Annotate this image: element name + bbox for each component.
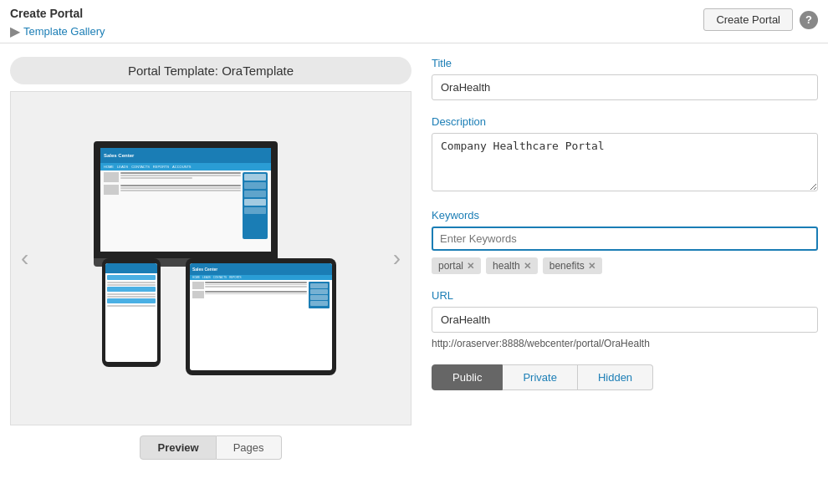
url-input[interactable] [432, 307, 818, 333]
page-title: Create Portal [10, 7, 818, 20]
preview-tabs: Preview Pages [10, 435, 411, 460]
keyword-label-portal: portal [438, 260, 463, 272]
keyword-remove-benefits[interactable]: ✕ [588, 262, 595, 271]
keywords-tags: portal ✕ health ✕ benefits ✕ [432, 257, 818, 274]
phone-mockup [102, 258, 161, 367]
keywords-label: Keywords [432, 209, 818, 221]
template-panel: Portal Template: OraTemplate ‹ Sales Cen… [10, 57, 411, 460]
nav-arrow-left[interactable]: ‹ [14, 238, 35, 278]
breadcrumb-icon: ▶ [10, 23, 20, 39]
keyword-tag-benefits: benefits ✕ [543, 257, 602, 274]
keyword-tag-health: health ✕ [486, 257, 538, 274]
laptop-mockup: Sales Center HOME LEADS CONTACTS REPORTS… [94, 141, 294, 275]
keyword-tag-portal: portal ✕ [432, 257, 481, 274]
url-group: URL http://oraserver:8888/webcenter/port… [432, 289, 818, 349]
url-label: URL [432, 289, 818, 302]
create-portal-button[interactable]: Create Portal [703, 8, 793, 31]
tablet-mockup: Sales Center HOME LEADS CONTACTS REPORTS [186, 258, 336, 375]
keyword-remove-health[interactable]: ✕ [524, 262, 531, 271]
device-mockup: Sales Center HOME LEADS CONTACTS REPORTS… [85, 141, 336, 375]
url-full-text: http://oraserver:8888/webcenter/portal/O… [432, 338, 818, 349]
visibility-hidden-button[interactable]: Hidden [578, 364, 653, 390]
keywords-group: Keywords portal ✕ health ✕ benefits [432, 209, 818, 274]
title-label: Title [432, 57, 818, 69]
template-title-bar: Portal Template: OraTemplate [10, 57, 411, 84]
tab-preview[interactable]: Preview [140, 435, 216, 460]
help-icon[interactable]: ? [800, 11, 818, 29]
form-panel: Title Description Keywords portal ✕ [432, 57, 818, 460]
visibility-public-button[interactable]: Public [432, 364, 503, 390]
keywords-input-wrapper[interactable] [432, 227, 818, 251]
template-preview-box: ‹ Sales Center HOME LEADS [10, 91, 411, 425]
visibility-buttons: Public Private Hidden [432, 364, 818, 390]
nav-arrow-right[interactable]: › [386, 238, 407, 278]
description-label: Description [432, 115, 818, 128]
title-group: Title [432, 57, 818, 100]
keyword-label-benefits: benefits [549, 260, 585, 272]
keyword-label-health: health [493, 260, 520, 272]
keywords-input[interactable] [440, 232, 810, 245]
keyword-remove-portal[interactable]: ✕ [467, 262, 474, 271]
visibility-private-button[interactable]: Private [503, 364, 577, 390]
title-input[interactable] [432, 74, 818, 100]
template-gallery-link[interactable]: Template Gallery [23, 25, 105, 38]
tab-pages[interactable]: Pages [217, 435, 282, 460]
description-group: Description [432, 115, 818, 194]
description-textarea[interactable] [432, 133, 818, 191]
